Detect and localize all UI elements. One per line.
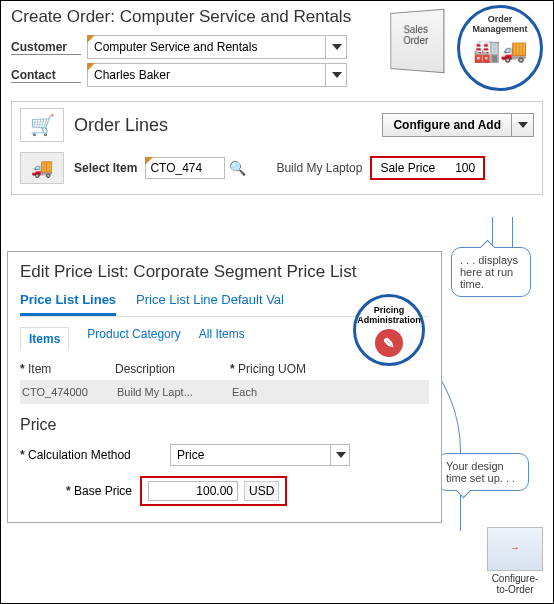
tab-price-list-default[interactable]: Price List Line Default Val (136, 292, 284, 316)
edit-price-list-panel: Edit Price List: Corporate Segment Price… (7, 251, 442, 523)
pricing-admin-icon: ✎ (375, 329, 403, 357)
truck-icon: 🚚 (20, 152, 64, 184)
pricing-admin-badge: Pricing Administration ✎ (353, 294, 425, 366)
table-row[interactable]: CTO_474000 Build My Lapt... Each (20, 380, 429, 404)
customer-label: Customer (11, 40, 81, 55)
subtab-all-items[interactable]: All Items (199, 327, 245, 350)
subtab-items[interactable]: Items (20, 327, 69, 350)
chevron-down-icon (332, 72, 342, 78)
customer-input[interactable] (87, 35, 347, 59)
dirty-indicator-icon (87, 63, 95, 71)
base-price-input[interactable] (148, 481, 238, 501)
base-price-box: USD (140, 476, 287, 506)
grid-header: Item Description Pricing UOM (20, 362, 429, 380)
cell-description: Build My Lapt... (117, 386, 232, 398)
subtab-product-category[interactable]: Product Category (87, 327, 180, 350)
select-item-label: Select Item (74, 161, 137, 175)
chevron-down-icon (332, 44, 342, 50)
sale-price-value: 100 (455, 161, 475, 175)
calc-method-label: Calculation Method (20, 448, 170, 462)
chevron-down-icon (518, 122, 528, 128)
price-list-title: Edit Price List: Corporate Segment Price… (20, 262, 429, 282)
base-price-label: Base Price (20, 484, 140, 498)
item-input[interactable] (145, 157, 225, 179)
dirty-indicator-icon (145, 157, 153, 165)
price-heading: Price (20, 416, 429, 434)
col-pricing-uom: Pricing UOM (230, 362, 340, 376)
cell-uom: Each (232, 386, 342, 398)
col-item: Item (20, 362, 115, 376)
chevron-down-icon (336, 452, 346, 458)
order-lines-panel: 🛒 Order Lines Configure and Add 🚚 Select… (11, 101, 543, 195)
col-description: Description (115, 362, 230, 376)
search-icon[interactable]: 🔍 (229, 160, 246, 176)
configure-and-add-dropdown[interactable] (512, 113, 534, 137)
sale-price-box: Sale Price 100 (370, 156, 485, 180)
calc-method-select[interactable] (170, 444, 350, 466)
cell-item: CTO_474000 (22, 386, 117, 398)
contact-input[interactable] (87, 63, 347, 87)
annotation-line (512, 217, 513, 247)
order-management-icon: 🏭🚚 (460, 38, 540, 64)
designtime-callout: Your design time set up. . . (437, 453, 529, 491)
customer-dropdown-button[interactable] (325, 35, 347, 59)
order-lines-title: Order Lines (74, 115, 168, 136)
tab-price-list-lines[interactable]: Price List Lines (20, 292, 116, 316)
contact-label: Contact (11, 68, 81, 83)
configure-to-order-badge: Configure- to-Order (487, 527, 543, 595)
annotation-line (492, 217, 493, 247)
contact-dropdown-button[interactable] (325, 63, 347, 87)
build-my-laptop-label: Build My Laptop (276, 161, 362, 175)
runtime-callout: . . . displays here at run time. (451, 247, 531, 297)
cto-icon (487, 527, 543, 571)
calc-method-dropdown-button[interactable] (330, 444, 350, 466)
sales-order-badge: Sales Order (390, 9, 444, 74)
configure-and-add-button[interactable]: Configure and Add (382, 113, 512, 137)
currency-label: USD (244, 481, 279, 501)
order-management-badge: Order Management 🏭🚚 (457, 5, 543, 91)
dirty-indicator-icon (87, 35, 95, 43)
sale-price-label: Sale Price (380, 161, 435, 175)
cart-icon: 🛒 (20, 108, 64, 142)
